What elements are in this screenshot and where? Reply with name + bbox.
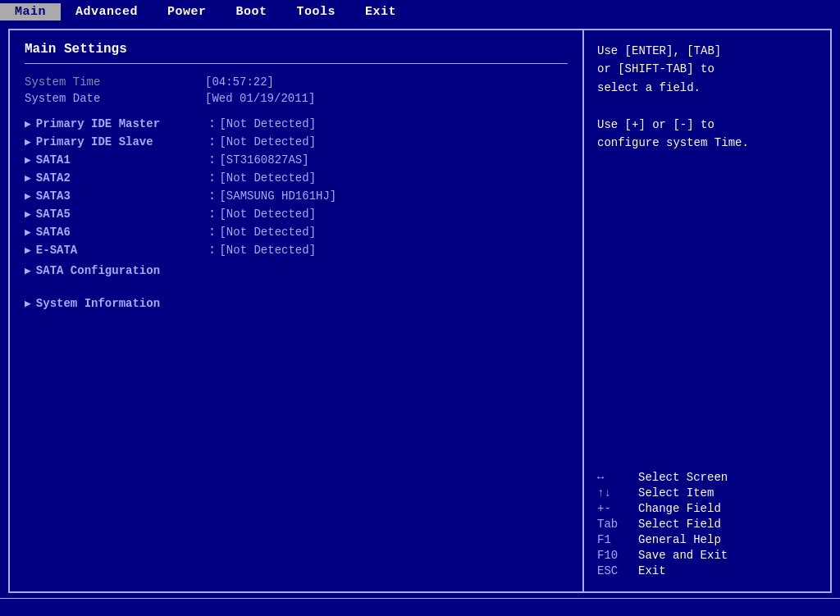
row-value: [Not Detected] bbox=[219, 226, 316, 239]
row-label: Primary IDE Slave bbox=[36, 135, 208, 148]
row-value: [ST3160827AS] bbox=[219, 153, 308, 167]
row-colon: : bbox=[208, 153, 217, 167]
row-arrow-icon: ▶ bbox=[25, 264, 31, 277]
key-action: General Help bbox=[638, 533, 721, 546]
menu-item-main[interactable]: Main bbox=[0, 3, 61, 21]
row-value: [Not Detected] bbox=[219, 208, 316, 221]
key-symbol: ↔ bbox=[597, 471, 638, 484]
key-symbol: F1 bbox=[597, 533, 638, 546]
panel-divider bbox=[25, 63, 568, 64]
system-date-value: [Wed 01/19/2011] bbox=[205, 92, 315, 105]
row-label: SATA3 bbox=[36, 189, 208, 203]
row-arrow-icon: ▶ bbox=[25, 226, 31, 239]
row-sata6[interactable]: ▶SATA6: [Not Detected] bbox=[25, 225, 568, 240]
panel-title: Main Settings bbox=[25, 42, 568, 57]
system-time-row: System Time [04:57:22] bbox=[25, 75, 568, 89]
bottom-bar bbox=[0, 598, 840, 616]
row-label: SATA1 bbox=[36, 153, 208, 167]
key-action: Change Field bbox=[638, 502, 721, 515]
row-arrow-icon: ▶ bbox=[25, 244, 31, 257]
row-arrow-icon: ▶ bbox=[25, 153, 31, 167]
row-system-information[interactable]: ▶System Information bbox=[25, 297, 568, 310]
row-arrow-icon: ▶ bbox=[25, 297, 31, 310]
system-date-row: System Date [Wed 01/19/2011] bbox=[25, 92, 568, 105]
row-arrow-icon: ▶ bbox=[25, 117, 31, 130]
help-text: Use [ENTER], [TAB]or [SHIFT-TAB] toselec… bbox=[597, 42, 817, 152]
key-binding-row: F1General Help bbox=[597, 533, 817, 546]
content-area: Main Settings System Time [04:57:22] Sys… bbox=[8, 29, 832, 593]
menu-item-power[interactable]: Power bbox=[153, 3, 221, 21]
key-binding-row: TabSelect Field bbox=[597, 518, 817, 531]
system-time-label: System Time bbox=[25, 75, 205, 89]
menu-item-advanced[interactable]: Advanced bbox=[61, 3, 153, 21]
menu-item-tools[interactable]: Tools bbox=[282, 3, 351, 21]
key-binding-row: ESCExit bbox=[597, 564, 817, 577]
row-value: [Not Detected] bbox=[219, 135, 316, 148]
key-action: Save and Exit bbox=[638, 549, 728, 562]
row-arrow-icon: ▶ bbox=[25, 171, 31, 185]
row-colon: : bbox=[208, 225, 217, 240]
row-colon: : bbox=[208, 207, 217, 221]
key-symbol: Tab bbox=[597, 518, 638, 531]
time-date-section: System Time [04:57:22] System Date [Wed … bbox=[25, 75, 568, 105]
row-value: [Not Detected] bbox=[219, 171, 316, 185]
row-label: System Information bbox=[36, 297, 208, 310]
row-colon: : bbox=[208, 116, 217, 131]
key-symbol: +- bbox=[597, 502, 638, 515]
row-colon: : bbox=[208, 135, 217, 149]
row-arrow-icon: ▶ bbox=[25, 189, 31, 203]
sysinfo-section: ▶System Information bbox=[25, 289, 568, 310]
key-action: Select Screen bbox=[638, 471, 728, 484]
row-colon: : bbox=[208, 189, 217, 203]
row-colon: : bbox=[208, 243, 217, 258]
row-primary-ide-slave[interactable]: ▶Primary IDE Slave: [Not Detected] bbox=[25, 135, 568, 149]
row-colon: : bbox=[208, 171, 217, 185]
row-sata2[interactable]: ▶SATA2: [Not Detected] bbox=[25, 171, 568, 185]
row-primary-ide-master[interactable]: ▶Primary IDE Master: [Not Detected] bbox=[25, 116, 568, 131]
key-action: Select Item bbox=[638, 486, 714, 500]
row-label: SATA Configuration bbox=[36, 264, 208, 277]
key-binding-row: F10Save and Exit bbox=[597, 549, 817, 562]
row-arrow-icon: ▶ bbox=[25, 135, 31, 148]
row-value: [Not Detected] bbox=[219, 244, 316, 257]
row-label: Primary IDE Master bbox=[36, 117, 208, 130]
key-action: Exit bbox=[638, 564, 666, 577]
key-symbol: ↑↓ bbox=[597, 486, 638, 500]
row-sata-configuration[interactable]: ▶SATA Configuration bbox=[25, 264, 568, 277]
left-panel: Main Settings System Time [04:57:22] Sys… bbox=[10, 30, 584, 591]
key-symbol: F10 bbox=[597, 549, 638, 562]
drive-rows-section: ▶Primary IDE Master: [Not Detected]▶Prim… bbox=[25, 116, 568, 277]
row-label: E-SATA bbox=[36, 244, 208, 257]
menu-bar: MainAdvancedPowerBootToolsExit bbox=[0, 0, 840, 24]
right-panel: Use [ENTER], [TAB]or [SHIFT-TAB] toselec… bbox=[584, 30, 830, 591]
row-sata3[interactable]: ▶SATA3: [SAMSUNG HD161HJ] bbox=[25, 189, 568, 203]
row-value: [SAMSUNG HD161HJ] bbox=[219, 189, 336, 203]
row-label: SATA6 bbox=[36, 226, 208, 239]
key-binding-row: ↔Select Screen bbox=[597, 471, 817, 484]
row-arrow-icon: ▶ bbox=[25, 208, 31, 221]
menu-item-exit[interactable]: Exit bbox=[350, 3, 411, 21]
row-e-sata[interactable]: ▶E-SATA: [Not Detected] bbox=[25, 243, 568, 258]
key-bindings: ↔Select Screen↑↓Select Item+-Change Fiel… bbox=[597, 471, 817, 580]
row-sata1[interactable]: ▶SATA1: [ST3160827AS] bbox=[25, 153, 568, 167]
row-label: SATA2 bbox=[36, 171, 208, 185]
key-symbol: ESC bbox=[597, 564, 638, 577]
row-value: [Not Detected] bbox=[219, 117, 316, 130]
key-binding-row: ↑↓Select Item bbox=[597, 486, 817, 500]
row-label: SATA5 bbox=[36, 208, 208, 221]
key-binding-row: +-Change Field bbox=[597, 502, 817, 515]
menu-item-boot[interactable]: Boot bbox=[221, 3, 282, 21]
row-sata5[interactable]: ▶SATA5: [Not Detected] bbox=[25, 207, 568, 221]
key-action: Select Field bbox=[638, 518, 721, 531]
system-date-label: System Date bbox=[25, 92, 205, 105]
system-time-value: [04:57:22] bbox=[205, 75, 274, 89]
